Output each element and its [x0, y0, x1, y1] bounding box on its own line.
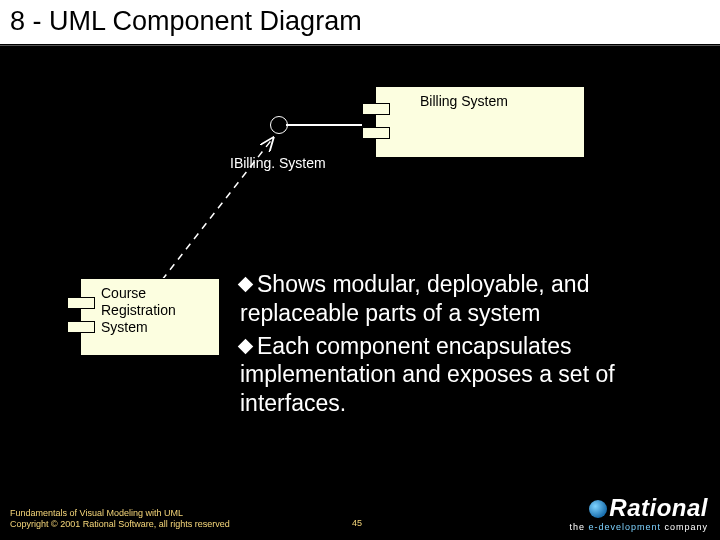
title-underline — [0, 44, 720, 46]
footer: Fundamentals of Visual Modeling with UML… — [10, 508, 230, 531]
bullet-item: Each component encapsulates implementati… — [240, 332, 680, 418]
component-crs: Course Registration System — [80, 278, 220, 356]
footer-line1: Fundamentals of Visual Modeling with UML — [10, 508, 230, 519]
component-lug-icon — [67, 321, 95, 333]
footer-line2: Copyright © 2001 Rational Software, all … — [10, 519, 230, 530]
diamond-bullet-icon — [238, 338, 254, 354]
interface-label: IBilling. System — [230, 155, 326, 171]
title-bar: 8 - UML Component Diagram — [0, 0, 720, 46]
component-lug-icon — [67, 297, 95, 309]
component-crs-label: Course Registration System — [101, 285, 211, 335]
bullet-list: Shows modular, deployable, and replaceab… — [240, 270, 680, 422]
component-lug-icon — [362, 103, 390, 115]
component-billing: Billing System — [375, 86, 585, 158]
logo-globe-icon — [589, 500, 607, 518]
logo-tag-post: company — [661, 522, 708, 532]
page-number: 45 — [352, 518, 362, 528]
interface-lollipop-icon — [270, 116, 288, 134]
logo-tag-em: e-development — [588, 522, 661, 532]
bullet-item: Shows modular, deployable, and replaceab… — [240, 270, 680, 328]
diamond-bullet-icon — [238, 277, 254, 293]
logo-tagline: the e-development company — [569, 522, 708, 532]
slide: 8 - UML Component Diagram Billing System… — [0, 0, 720, 540]
interface-stem — [286, 124, 362, 126]
bullet-text: Shows modular, deployable, and replaceab… — [240, 271, 589, 326]
component-lug-icon — [362, 127, 390, 139]
slide-title: 8 - UML Component Diagram — [10, 6, 362, 37]
logo: Rational the e-development company — [569, 494, 708, 532]
logo-tag-pre: the — [569, 522, 588, 532]
component-billing-label: Billing System — [420, 93, 576, 110]
logo-brand: Rational — [569, 494, 708, 522]
bullet-text: Each component encapsulates implementati… — [240, 333, 615, 417]
logo-brand-text: Rational — [609, 494, 708, 521]
